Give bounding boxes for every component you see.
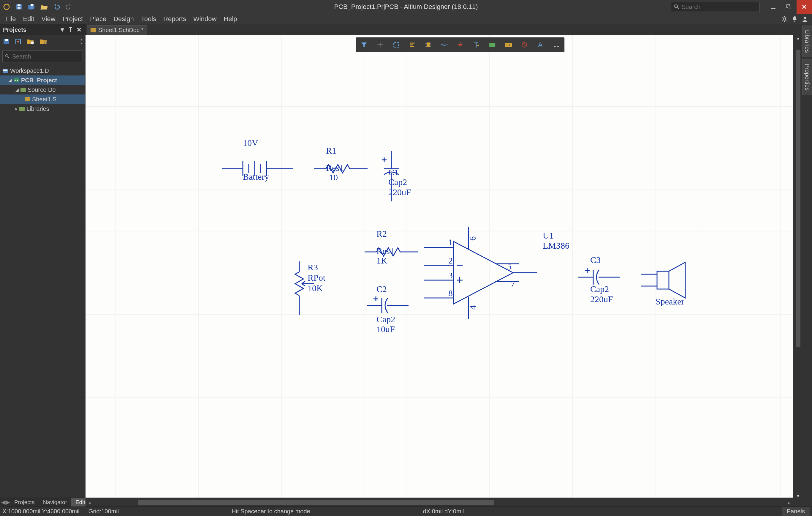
- gear-icon[interactable]: [781, 16, 788, 22]
- tree-label: Libraries: [26, 105, 49, 112]
- speaker-name[interactable]: Speaker: [656, 296, 684, 306]
- menu-project[interactable]: Project: [59, 13, 86, 25]
- r2-value[interactable]: 1K: [376, 255, 387, 266]
- menu-design[interactable]: Design: [110, 13, 137, 25]
- svg-rect-25: [70, 27, 71, 30]
- redo-icon[interactable]: [64, 2, 74, 11]
- panel-pin-icon[interactable]: [67, 26, 74, 33]
- panel-collapse-icon[interactable]: ⟨: [80, 38, 82, 45]
- undo-icon[interactable]: [52, 2, 61, 11]
- menu-edit[interactable]: Edit: [19, 13, 38, 25]
- folder-time-icon[interactable]: [27, 38, 34, 45]
- menu-help[interactable]: Help: [220, 13, 240, 25]
- expand-icon[interactable]: ◢: [8, 78, 11, 83]
- save-icon[interactable]: [14, 2, 24, 11]
- schematic-canvas[interactable]: D1 A: [86, 35, 793, 497]
- panel-dropdown-icon[interactable]: ▼: [59, 26, 66, 33]
- menu-view[interactable]: View: [38, 13, 59, 25]
- r1-designator[interactable]: R1: [326, 145, 337, 156]
- minimize-button[interactable]: [766, 0, 781, 13]
- save-all-icon[interactable]: [27, 2, 36, 11]
- tree-label: Source Do: [28, 86, 56, 93]
- r1-name[interactable]: Res1: [326, 163, 344, 173]
- tree-workspace[interactable]: Workspace1.D: [0, 66, 85, 76]
- document-tab[interactable]: Sheet1.SchDoc *: [87, 25, 147, 35]
- speaker-symbol[interactable]: [641, 261, 700, 299]
- global-search[interactable]: [671, 2, 760, 12]
- scroll-left-icon[interactable]: ◂: [86, 499, 93, 507]
- sidetab-properties[interactable]: Properties: [802, 59, 812, 95]
- c2-value[interactable]: 10uF: [376, 324, 395, 334]
- expand-icon[interactable]: ◢: [16, 87, 19, 92]
- svg-point-31: [17, 41, 19, 43]
- c3-value[interactable]: 220uF: [590, 294, 613, 304]
- r1-value[interactable]: 10: [329, 172, 338, 182]
- u1-pin-2: 2: [448, 255, 453, 266]
- scroll-down-icon[interactable]: ▾: [797, 493, 799, 499]
- maximize-button[interactable]: [781, 0, 796, 13]
- horizontal-scrollbar[interactable]: ◂ ▸: [86, 499, 793, 507]
- c2-name[interactable]: Cap2: [376, 314, 395, 324]
- vertical-scrollbar[interactable]: ▴ ▾: [794, 35, 802, 499]
- battery-designator[interactable]: 10V: [243, 138, 258, 148]
- panel-close-icon[interactable]: ✕: [76, 26, 82, 33]
- hscroll-thumb[interactable]: [138, 500, 494, 505]
- menu-file[interactable]: File: [2, 13, 19, 25]
- u1-name[interactable]: LM386: [543, 241, 570, 251]
- battery-name[interactable]: Battery: [243, 172, 269, 182]
- status-panels-button[interactable]: Panels: [782, 507, 810, 516]
- schdoc-icon: [91, 28, 96, 32]
- global-search-input[interactable]: [682, 4, 756, 10]
- svg-point-14: [783, 18, 786, 20]
- sidetab-libraries[interactable]: Libraries: [802, 26, 812, 57]
- user-icon[interactable]: [802, 16, 808, 22]
- u1-pin-4: 4: [468, 305, 478, 310]
- c1-name[interactable]: Cap2: [388, 177, 407, 187]
- open-icon[interactable]: [39, 2, 49, 11]
- menu-reports[interactable]: Reports: [160, 13, 190, 25]
- tree-project[interactable]: ◢ PCB_Project: [0, 76, 85, 85]
- u1-designator[interactable]: U1: [543, 230, 554, 241]
- svg-point-7: [674, 5, 677, 8]
- compile-icon[interactable]: [15, 38, 21, 45]
- bell-icon[interactable]: [792, 16, 798, 22]
- status-grid: Grid:100mil: [88, 508, 119, 515]
- vscroll-thumb[interactable]: [796, 50, 801, 347]
- tree-sheet[interactable]: Sheet1.S: [0, 94, 85, 104]
- r2-designator[interactable]: R2: [376, 229, 387, 239]
- tree-source-documents[interactable]: ◢ Source Do: [0, 85, 85, 94]
- r3-value[interactable]: 10K: [308, 283, 323, 293]
- tree-label: Sheet1.S: [32, 96, 56, 103]
- tree-libraries[interactable]: ▸ Libraries: [0, 104, 85, 113]
- c2-designator[interactable]: C2: [376, 284, 387, 294]
- c3-name[interactable]: Cap2: [590, 284, 609, 294]
- expand-icon[interactable]: ▸: [16, 106, 18, 111]
- u1-pin-5: 5: [507, 262, 512, 272]
- window-title: PCB_Project1.PrjPCB - Altium Designer (1…: [334, 3, 478, 11]
- menu-tools[interactable]: Tools: [138, 13, 160, 25]
- schdoc-icon: [25, 97, 30, 101]
- titlebar: PCB_Project1.PrjPCB - Altium Designer (1…: [0, 0, 812, 13]
- bottom-tab-navigator[interactable]: Navigator: [39, 498, 71, 507]
- folder-gear-icon[interactable]: [40, 38, 48, 45]
- svg-line-19: [782, 17, 783, 18]
- menubar: File Edit View Project Place Design Tool…: [0, 13, 812, 24]
- close-button[interactable]: [796, 0, 812, 13]
- bottom-tab-projects[interactable]: Projects: [10, 498, 39, 507]
- c3-designator[interactable]: C3: [590, 255, 601, 265]
- c2-symbol[interactable]: [367, 294, 408, 317]
- c1-value[interactable]: 220uF: [388, 187, 411, 197]
- projects-search[interactable]: [2, 51, 83, 62]
- c1-designator[interactable]: C1: [388, 167, 399, 178]
- tab-prev-icon[interactable]: ◀: [1, 499, 6, 506]
- menu-window[interactable]: Window: [190, 13, 220, 25]
- tab-next-icon[interactable]: ▶: [6, 499, 10, 506]
- r2-name[interactable]: Res1: [376, 246, 394, 256]
- projects-search-input[interactable]: [12, 53, 80, 60]
- r3-name[interactable]: RPot: [308, 273, 325, 283]
- scroll-right-icon[interactable]: ▸: [785, 499, 793, 507]
- scroll-up-icon[interactable]: ▴: [797, 35, 799, 41]
- menu-place[interactable]: Place: [86, 13, 110, 25]
- save-project-icon[interactable]: [3, 38, 9, 45]
- r3-designator[interactable]: R3: [308, 262, 318, 272]
